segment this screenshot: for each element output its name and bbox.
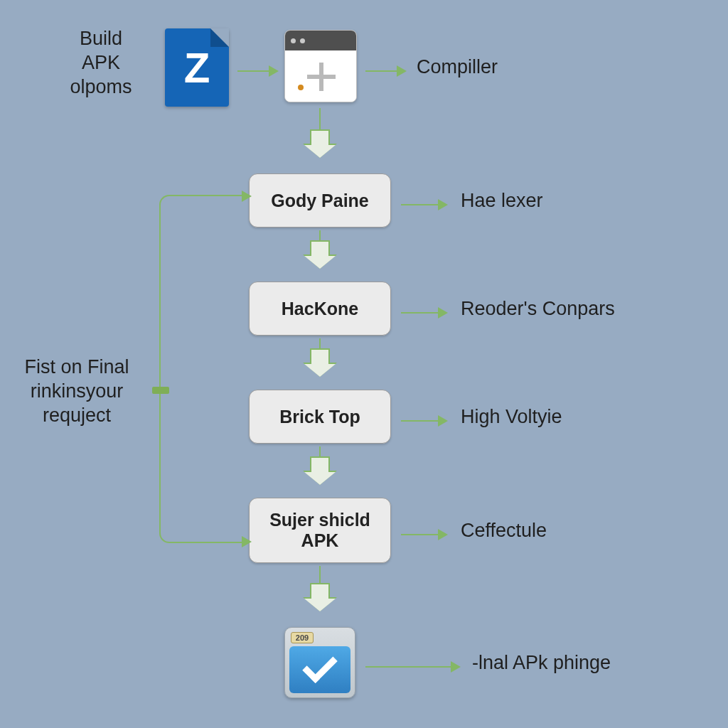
checkmark-icon <box>302 648 337 683</box>
connector-marker-icon <box>152 387 169 394</box>
elbow-connector <box>159 195 242 543</box>
check-icon-panel <box>289 646 350 693</box>
step3-right-label: High Voltyie <box>461 405 562 429</box>
step-box-2: HacKone <box>249 282 391 336</box>
z-icon-letter: Z <box>184 43 210 92</box>
step-box-4: Sujer shicld APK <box>249 498 391 563</box>
arrow-check-to-final-label <box>365 661 461 673</box>
step2-right-label-text: Reoder's Conpars <box>461 298 615 319</box>
arrow-down-step1-to-step2 <box>306 230 334 269</box>
arrow-step1-right <box>401 199 448 210</box>
arrow-down-step4-to-final <box>306 566 334 611</box>
step-box-2-title: HacKone <box>282 299 358 319</box>
arrow-down-step3-to-step4 <box>306 446 334 485</box>
step1-right-label: Hae lexer <box>461 189 543 213</box>
arrow-z-to-app <box>237 65 279 77</box>
compiler-label-text: Compiller <box>417 56 498 77</box>
plus-vertical-icon <box>319 63 323 91</box>
left-side-label: Fist on Final rinkinsyour requject <box>13 355 141 427</box>
arrow-down-to-step1 <box>306 108 334 158</box>
window-dot-icon <box>300 38 305 43</box>
step1-right-label-text: Hae lexer <box>461 190 543 211</box>
arrow-step4-right <box>401 529 448 540</box>
app-window-icon <box>284 30 357 102</box>
step-box-3-title: Brick Top <box>279 407 360 427</box>
arrow-down-step2-to-step3 <box>306 338 334 377</box>
step-box-1: Gody Paine <box>249 173 391 228</box>
check-icon-tab: 209 <box>291 632 314 643</box>
step-box-3: Brick Top <box>249 390 391 444</box>
window-dot-icon <box>291 38 296 43</box>
step4-right-label-text: Ceffectule <box>461 520 547 541</box>
z-document-icon: Z <box>165 28 229 107</box>
compiler-label: Compiller <box>417 55 498 80</box>
final-label-text: -lnal APk phinge <box>472 652 611 673</box>
final-label: -lnal APk phinge <box>472 651 611 675</box>
document-fold-icon <box>210 28 229 47</box>
step4-right-label: Ceffectule <box>461 519 547 543</box>
arrow-step3-right <box>401 415 448 427</box>
step3-right-label-text: High Voltyie <box>461 406 562 427</box>
step2-right-label: Reoder's Conpars <box>461 297 615 321</box>
step-box-4-title: Sujer shicld APK <box>269 510 370 551</box>
top-left-label: Build APK olpoms <box>58 27 144 99</box>
app-window-titlebar <box>285 31 356 50</box>
final-check-icon: 209 <box>284 627 355 698</box>
check-icon-tab-text: 209 <box>296 633 309 642</box>
step-box-1-title: Gody Paine <box>271 191 369 211</box>
orange-dot-icon <box>298 85 304 90</box>
arrow-app-to-compiler <box>365 65 407 77</box>
app-window-body <box>285 50 356 102</box>
arrow-step2-right <box>401 307 448 318</box>
left-side-label-text: Fist on Final rinkinsyour requject <box>13 355 141 427</box>
top-left-label-text: Build APK olpoms <box>58 27 144 99</box>
